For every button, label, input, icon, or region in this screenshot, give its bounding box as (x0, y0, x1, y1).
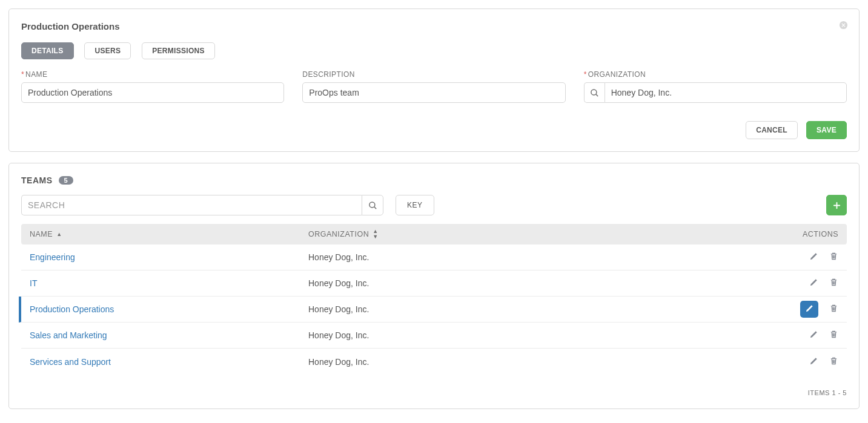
team-link[interactable]: IT (30, 278, 37, 288)
cell-name: Sales and Marketing (30, 330, 308, 340)
cell-actions (772, 252, 838, 263)
cell-name: Services and Support (30, 357, 308, 367)
list-toolbar: KEY (21, 195, 847, 215)
organization-input[interactable] (605, 82, 847, 103)
cell-actions (772, 301, 838, 318)
key-button[interactable]: KEY (396, 195, 434, 215)
delete-button[interactable] (829, 330, 838, 341)
form-row: *NAME DESCRIPTION *ORGANIZATION (21, 70, 847, 103)
table-row: Production OperationsHoney Dog, Inc. (19, 297, 847, 323)
trash-icon (829, 304, 838, 315)
name-group: *NAME (21, 70, 284, 103)
organization-lookup (584, 82, 847, 103)
pencil-icon (809, 356, 818, 367)
search-input[interactable] (21, 195, 362, 215)
team-link[interactable]: Sales and Marketing (30, 330, 107, 340)
pencil-icon (809, 330, 818, 341)
cell-name: Engineering (30, 252, 308, 262)
plus-icon (832, 201, 841, 210)
delete-button[interactable] (829, 304, 838, 315)
organization-group: *ORGANIZATION (584, 70, 847, 103)
edit-button[interactable] (800, 301, 818, 318)
organization-label: *ORGANIZATION (584, 70, 847, 79)
edit-button[interactable] (809, 278, 818, 289)
table-row: ITHoney Dog, Inc. (21, 271, 847, 297)
name-input[interactable] (21, 82, 284, 103)
cell-actions (772, 278, 838, 289)
pencil-icon (809, 252, 818, 263)
table-row: Services and SupportHoney Dog, Inc. (21, 349, 847, 375)
column-organization[interactable]: ORGANIZATION ▲▼ (308, 229, 772, 240)
sort-asc-icon: ▲ (56, 231, 62, 237)
add-button[interactable] (826, 195, 847, 215)
svg-point-3 (369, 202, 374, 207)
pencil-icon (809, 278, 818, 289)
pencil-icon (805, 304, 814, 315)
list-panel: TEAMS 5 KEY NAME ▲ ORGANIZATION ▲▼ ACTIO… (8, 163, 860, 409)
cell-organization: Honey Dog, Inc. (308, 330, 772, 340)
cell-actions (772, 356, 838, 367)
edit-button[interactable] (809, 330, 818, 341)
tab-details[interactable]: DETAILS (21, 42, 74, 59)
search-wrap (21, 195, 383, 215)
description-input[interactable] (302, 82, 565, 103)
table-row: EngineeringHoney Dog, Inc. (21, 244, 847, 271)
pager: ITEMS 1 - 5 (21, 389, 847, 396)
list-title: TEAMS (21, 175, 53, 185)
cell-organization: Honey Dog, Inc. (308, 278, 772, 288)
team-link[interactable]: Production Operations (30, 304, 114, 314)
delete-button[interactable] (829, 356, 838, 367)
save-button[interactable]: SAVE (806, 121, 847, 139)
delete-button[interactable] (829, 252, 838, 263)
delete-button[interactable] (829, 278, 838, 289)
trash-icon (829, 330, 838, 341)
search-icon (590, 88, 599, 97)
team-link[interactable]: Engineering (30, 252, 75, 262)
organization-search-button[interactable] (584, 82, 605, 103)
tab-permissions[interactable]: PERMISSIONS (142, 42, 215, 59)
team-link[interactable]: Services and Support (30, 357, 111, 367)
edit-button[interactable] (809, 356, 818, 367)
description-label: DESCRIPTION (302, 70, 565, 79)
teams-table: NAME ▲ ORGANIZATION ▲▼ ACTIONS Engineeri… (21, 224, 847, 375)
cancel-button[interactable]: CANCEL (746, 121, 798, 139)
sort-icon: ▲▼ (373, 229, 378, 240)
cell-actions (772, 330, 838, 341)
list-header: TEAMS 5 (21, 175, 847, 185)
cell-name: Production Operations (30, 304, 308, 314)
table-header: NAME ▲ ORGANIZATION ▲▼ ACTIONS (21, 224, 847, 244)
cell-organization: Honey Dog, Inc. (308, 252, 772, 262)
tabs: DETAILS USERS PERMISSIONS (21, 42, 847, 59)
name-label: *NAME (21, 70, 284, 79)
panel-title: Production Operations (21, 21, 847, 31)
svg-line-4 (374, 206, 376, 208)
cell-name: IT (30, 278, 308, 288)
edit-button[interactable] (809, 252, 818, 263)
count-badge: 5 (59, 176, 73, 185)
description-group: DESCRIPTION (302, 70, 565, 103)
form-actions: CANCEL SAVE (21, 121, 847, 139)
cell-organization: Honey Dog, Inc. (308, 304, 772, 314)
svg-point-1 (591, 89, 597, 94)
trash-icon (829, 252, 838, 263)
table-row: Sales and MarketingHoney Dog, Inc. (21, 323, 847, 349)
search-button[interactable] (362, 195, 383, 215)
search-icon (368, 201, 377, 210)
form-panel: Production Operations DETAILS USERS PERM… (8, 8, 860, 152)
tab-users[interactable]: USERS (84, 42, 131, 59)
cell-organization: Honey Dog, Inc. (308, 357, 772, 367)
trash-icon (829, 278, 838, 289)
svg-line-2 (596, 94, 598, 96)
close-icon[interactable] (839, 20, 848, 33)
trash-icon (829, 356, 838, 367)
column-name[interactable]: NAME ▲ (30, 230, 308, 238)
column-actions: ACTIONS (772, 230, 838, 238)
